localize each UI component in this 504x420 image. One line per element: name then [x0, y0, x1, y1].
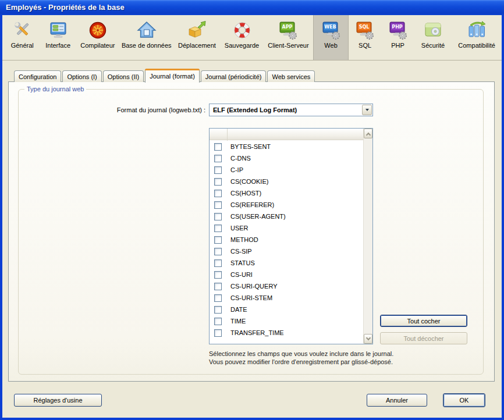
list-item[interactable]: CS-URI: [210, 269, 363, 280]
toolbar-item-interface[interactable]: Interface: [40, 15, 76, 60]
log-format-select[interactable]: ELF (Extended Log Format): [209, 104, 373, 116]
list-item[interactable]: TIME: [210, 315, 363, 327]
scroll-down-button[interactable]: [364, 334, 372, 344]
list-item[interactable]: BYTES-SENT: [210, 141, 363, 152]
tab-configuration[interactable]: Configuration: [14, 70, 61, 82]
scroll-up-button[interactable]: [364, 129, 372, 138]
field-checkbox[interactable]: [214, 294, 222, 302]
field-label: CS-URI-QUERY: [230, 283, 277, 290]
field-label: C-IP: [230, 166, 243, 173]
combo-dropdown-button[interactable]: [362, 105, 372, 115]
toolbar-item-sql[interactable]: SQL SQL: [349, 15, 382, 60]
toolbar-item-label: SQL: [359, 42, 371, 49]
field-label: STATUS: [230, 259, 255, 266]
toolbar-item-label: Sécurité: [421, 42, 445, 49]
toolbar-item-compilateur[interactable]: Compilateur: [76, 15, 119, 60]
list-item[interactable]: C-IP: [210, 164, 363, 176]
svg-text:SQL: SQL: [359, 24, 370, 30]
title-bar[interactable]: Employés - Propriétés de la base: [0, 0, 504, 15]
field-checkbox[interactable]: [214, 178, 222, 186]
compatibility-binders-icon: [466, 20, 487, 41]
tab-web-services[interactable]: Web services: [267, 70, 315, 82]
field-label: CS(REFERER): [230, 201, 274, 208]
security-box-icon: [423, 20, 443, 41]
field-checkbox[interactable]: [214, 143, 222, 151]
help-text: Sélectionnez les champs que vous voulez …: [209, 350, 477, 366]
field-checkbox[interactable]: [214, 201, 222, 209]
tab-journal-format[interactable]: Journal (format): [145, 69, 200, 83]
groupbox-title: Type du journal web: [24, 85, 86, 94]
list-item[interactable]: METHOD: [210, 234, 363, 245]
database-home-icon: [136, 20, 157, 41]
field-checkbox[interactable]: [214, 190, 222, 197]
toolbar-item-client-serveur[interactable]: APP Client-Serveur: [264, 15, 314, 60]
category-toolbar: Général Interface: [2, 15, 502, 60]
toolbar-item-label: Général: [11, 42, 34, 49]
field-checkbox[interactable]: [214, 306, 222, 314]
field-label: CS(COOKIE): [230, 178, 268, 185]
list-item[interactable]: C-DNS: [210, 152, 363, 164]
ok-button[interactable]: OK: [443, 393, 485, 407]
help-line-1: Sélectionnez les champs que vous voulez …: [209, 350, 477, 358]
list-item[interactable]: STATUS: [210, 257, 363, 269]
toolbar-item-label: Sauvegarde: [225, 42, 259, 49]
list-item[interactable]: CS-URI-STEM: [210, 292, 363, 304]
field-label: CS(HOST): [230, 190, 261, 197]
toolbar-item-label: Déplacement: [178, 42, 216, 49]
tab-journal-periodicite[interactable]: Journal (périodicité): [201, 70, 267, 82]
list-item[interactable]: CS(REFERER): [210, 199, 363, 211]
list-item[interactable]: USER: [210, 222, 363, 234]
toolbar-item-web[interactable]: WEB Web: [313, 15, 348, 60]
tools-icon: [12, 20, 33, 41]
tab-options-2[interactable]: Options (II): [103, 70, 144, 82]
field-label: DATE: [230, 306, 247, 313]
field-label: METHOD: [230, 236, 258, 243]
field-checkbox[interactable]: [214, 225, 222, 232]
field-checkbox[interactable]: [214, 155, 222, 162]
factory-settings-button[interactable]: Réglages d'usine: [14, 394, 102, 407]
toolbar-item-base-de-donnees[interactable]: Base de données: [119, 15, 174, 60]
fields-list[interactable]: BYTES-SENTC-DNSC-IPCS(COOKIE)CS(HOST)CS(…: [209, 128, 373, 344]
toolbar-item-securite[interactable]: Sécurité: [414, 15, 452, 60]
tab-options-1[interactable]: Options (I): [62, 70, 101, 82]
list-item[interactable]: CS(USER-AGENT): [210, 211, 363, 222]
list-item[interactable]: TRANSFER_TIME: [210, 327, 363, 339]
field-label: TIME: [230, 318, 246, 325]
toolbar-item-general[interactable]: Général: [5, 15, 40, 60]
toolbar-item-label: Client-Serveur: [268, 42, 308, 49]
move-box-icon: [186, 20, 207, 41]
cancel-button[interactable]: Annuler: [367, 394, 427, 407]
list-item[interactable]: CS(HOST): [210, 187, 363, 199]
svg-text:APP: APP: [282, 24, 293, 30]
field-checkbox[interactable]: [214, 271, 222, 279]
toolbar-item-label: PHP: [391, 42, 404, 49]
list-item[interactable]: CS-SIP: [210, 245, 363, 257]
toolbar-item-php[interactable]: PHP PHP: [381, 15, 414, 60]
field-checkbox[interactable]: [214, 166, 222, 174]
list-item[interactable]: CS-URI-QUERY: [210, 280, 363, 292]
log-format-selected-value: ELF (Extended Log Format): [210, 106, 362, 113]
uncheck-all-button: Tout décocher: [380, 332, 467, 344]
field-checkbox[interactable]: [214, 259, 222, 267]
field-checkbox[interactable]: [214, 283, 222, 290]
list-scrollbar[interactable]: [363, 129, 372, 344]
php-server-icon: PHP: [388, 20, 409, 41]
window-title: Employés - Propriétés de la base: [6, 3, 125, 12]
toolbar-item-deplacement[interactable]: Déplacement: [174, 15, 221, 60]
web-server-icon: WEB: [321, 20, 342, 41]
field-checkbox[interactable]: [214, 213, 222, 220]
check-all-button[interactable]: Tout cocher: [380, 315, 467, 327]
list-item[interactable]: DATE: [210, 304, 363, 315]
properties-dialog: Employés - Propriétés de la base Général: [0, 0, 504, 420]
field-label: CS-URI-STEM: [230, 294, 272, 301]
toolbar-item-label: Interface: [45, 42, 70, 49]
toolbar-item-label: Compilateur: [80, 42, 115, 49]
toolbar-item-compatibilite[interactable]: Compatibilité: [452, 15, 502, 60]
field-checkbox[interactable]: [214, 248, 222, 255]
field-checkbox[interactable]: [214, 236, 222, 244]
field-checkbox[interactable]: [214, 318, 222, 325]
list-item[interactable]: CS(COOKIE): [210, 176, 363, 187]
toolbar-item-sauvegarde[interactable]: Sauvegarde: [220, 15, 263, 60]
interface-monitor-icon: [48, 20, 69, 41]
field-checkbox[interactable]: [214, 329, 222, 337]
